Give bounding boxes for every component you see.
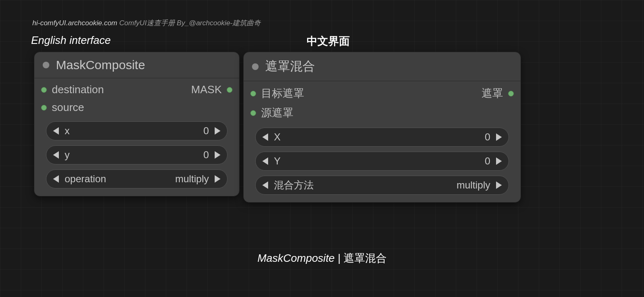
- arrow-left-icon[interactable]: [53, 151, 59, 159]
- input-label: source: [52, 101, 84, 114]
- arrow-right-icon[interactable]: [496, 157, 502, 165]
- input-label: 源遮罩: [261, 106, 293, 120]
- caption-cn: 遮罩混合: [344, 252, 387, 264]
- arrow-right-icon[interactable]: [215, 127, 220, 135]
- widget-label: operation: [65, 173, 106, 185]
- widget-value[interactable]: multiply: [314, 179, 490, 191]
- input-source[interactable]: 源遮罩: [250, 106, 304, 120]
- widget-operation[interactable]: operation multiply: [46, 169, 228, 188]
- caption-sep: |: [335, 252, 344, 264]
- widget-y[interactable]: y 0: [46, 145, 228, 164]
- input-destination[interactable]: destination: [41, 83, 104, 96]
- port-icon[interactable]: [227, 87, 232, 93]
- watermark-site: hi-comfyUI.archcookie.com: [32, 19, 117, 27]
- widget-operation[interactable]: 混合方法 multiply: [255, 176, 509, 195]
- port-icon[interactable]: [508, 91, 514, 97]
- output-mask[interactable]: MASK: [191, 83, 232, 96]
- arrow-right-icon[interactable]: [496, 133, 502, 141]
- watermark: hi-comfyUI.archcookie.com ComfyUI速查手册 By…: [32, 18, 261, 28]
- arrow-right-icon[interactable]: [496, 181, 502, 189]
- node-header[interactable]: 遮罩混合: [244, 52, 521, 81]
- port-icon[interactable]: [250, 91, 256, 97]
- arrow-left-icon[interactable]: [262, 181, 268, 189]
- node-status-dot-icon: [252, 63, 259, 70]
- widget-value[interactable]: 0: [70, 149, 209, 161]
- caption: MaskComposite | 遮罩混合: [0, 251, 644, 266]
- caption-en: MaskComposite: [257, 252, 334, 264]
- output-mask[interactable]: 遮罩: [482, 86, 514, 101]
- node-header[interactable]: MaskComposite: [34, 52, 239, 78]
- port-icon[interactable]: [41, 105, 47, 111]
- widget-y[interactable]: Y 0: [255, 152, 509, 171]
- port-icon[interactable]: [41, 87, 47, 93]
- widget-x[interactable]: X 0: [255, 128, 509, 147]
- arrow-left-icon[interactable]: [53, 175, 59, 183]
- node-body: 目标遮罩 源遮罩 遮罩 X 0: [244, 81, 521, 202]
- arrow-left-icon[interactable]: [262, 157, 268, 165]
- input-destination[interactable]: 目标遮罩: [250, 86, 304, 101]
- widget-label: 混合方法: [274, 179, 314, 192]
- widget-value[interactable]: 0: [281, 155, 490, 167]
- port-icon[interactable]: [250, 110, 256, 116]
- node-status-dot-icon: [43, 62, 49, 68]
- widget-label: Y: [274, 155, 281, 167]
- section-label-chinese: 中文界面: [307, 34, 350, 48]
- node-title: 遮罩混合: [265, 58, 315, 75]
- input-label: 目标遮罩: [261, 86, 304, 101]
- widget-value[interactable]: multiply: [106, 173, 209, 185]
- widget-label: X: [274, 131, 281, 143]
- widget-label: x: [65, 125, 70, 137]
- widget-label: y: [65, 149, 70, 161]
- section-label-english: English interface: [31, 34, 111, 47]
- widget-value[interactable]: 0: [70, 125, 209, 137]
- input-label: destination: [52, 83, 104, 96]
- node-maskcomposite-cn[interactable]: 遮罩混合 目标遮罩 源遮罩 遮罩: [243, 52, 521, 203]
- node-body: destination source MASK x 0: [34, 78, 239, 196]
- input-source[interactable]: source: [41, 101, 104, 114]
- arrow-left-icon[interactable]: [53, 127, 59, 135]
- widget-value[interactable]: 0: [281, 131, 490, 143]
- arrow-right-icon[interactable]: [215, 151, 220, 159]
- output-label: 遮罩: [482, 86, 503, 101]
- node-title: MaskComposite: [56, 58, 145, 72]
- watermark-desc: ComfyUI速查手册 By_@archcookie-建筑曲奇: [117, 19, 261, 27]
- node-maskcomposite-en[interactable]: MaskComposite destination source MASK: [34, 52, 240, 196]
- widget-x[interactable]: x 0: [46, 121, 228, 140]
- arrow-left-icon[interactable]: [262, 133, 268, 141]
- arrow-right-icon[interactable]: [215, 175, 220, 183]
- output-label: MASK: [191, 83, 222, 96]
